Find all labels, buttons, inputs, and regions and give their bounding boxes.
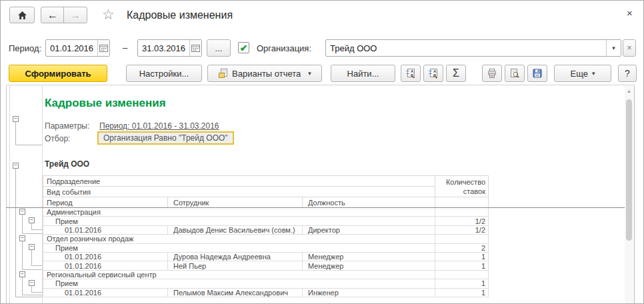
date-from-input[interactable]: 01.01.2016 — [45, 39, 110, 57]
home-icon — [17, 11, 27, 20]
home-button[interactable] — [9, 7, 35, 23]
collapse-toggle-event[interactable]: − — [29, 280, 35, 286]
table-row[interactable]: Прием 2 — [43, 244, 489, 253]
svg-text:B: B — [411, 73, 414, 77]
organization-label: Организация: — [257, 43, 311, 53]
tree-connector — [31, 250, 32, 265]
report-variants-label: Варианты отчета — [232, 69, 301, 79]
table-row[interactable]: Администрация — [43, 208, 489, 217]
chevron-down-icon: ▾ — [612, 45, 615, 51]
table-row[interactable]: Отдел розничных продаж — [43, 235, 489, 243]
collapse-toggle-org[interactable]: − — [13, 163, 19, 169]
table-row[interactable]: 01.01.2016 Дурова Надежда Андреевна Мене… — [43, 253, 489, 261]
filter-value[interactable]: Организация Равно "Трейд ООО" — [97, 131, 234, 145]
chevron-down-icon: ▾ — [592, 70, 595, 77]
date-to-input[interactable]: 31.03.2016 — [137, 39, 202, 57]
expand-groups-icon: AB — [428, 68, 439, 79]
clear-icon: × — [627, 43, 631, 53]
collapse-toggle-division[interactable]: − — [19, 271, 25, 277]
tree-connector — [22, 269, 42, 270]
params-value[interactable]: Период: 01.01.2016 - 31.03.2016 — [99, 121, 219, 131]
more-label: Еще — [571, 69, 588, 79]
printer-icon — [487, 68, 497, 79]
help-button[interactable]: ? — [618, 65, 637, 82]
sum-button[interactable]: Σ — [446, 65, 466, 82]
checkmark-icon: ✔ — [240, 43, 248, 53]
organization-combobox[interactable]: Трейд ООО ▾ — [325, 39, 621, 57]
table-row[interactable]: Прием 1/2 — [43, 217, 489, 225]
combo-dropdown-button[interactable]: ▾ — [606, 40, 621, 56]
settings-button[interactable]: Настройки... — [126, 65, 202, 82]
tree-connector — [31, 292, 42, 293]
favorite-star-icon[interactable]: ☆ — [102, 7, 115, 21]
collapse-groups-button[interactable]: AB — [401, 65, 421, 82]
tree-connector — [22, 277, 23, 295]
column-header-empty — [435, 197, 489, 208]
table-row[interactable]: Прием 1 — [43, 279, 489, 288]
scrollbar-thumb[interactable] — [626, 99, 632, 241]
forward-button[interactable]: → — [63, 7, 87, 23]
report-left-border — [6, 86, 7, 304]
tree-connector — [15, 145, 42, 145]
tree-connector — [15, 122, 16, 145]
calendar-icon — [191, 44, 200, 52]
tree-connector — [31, 265, 42, 266]
table-body: Администрация Прием 1/2 01.01.2016 Давыд… — [43, 208, 489, 297]
collapse-toggle-event[interactable]: − — [29, 244, 35, 250]
organization-checkbox[interactable]: ✔ — [238, 42, 249, 53]
find-button[interactable]: Найти... — [331, 65, 395, 82]
tree-level-line — [9, 86, 10, 304]
calendar-icon — [99, 44, 108, 52]
back-button[interactable]: ← — [41, 7, 65, 23]
chevron-down-icon: ▾ — [308, 70, 311, 77]
tree-connector — [31, 229, 42, 230]
scroll-up-icon[interactable]: ▲ — [625, 87, 633, 95]
column-header-division[interactable]: Подразделение — [43, 176, 435, 187]
calendar-button[interactable] — [189, 40, 201, 56]
report-variants-button[interactable]: Варианты отчета ▾ — [207, 65, 322, 82]
tree-connector — [31, 286, 32, 292]
tree-connector — [22, 215, 23, 233]
date-range-dash: – — [123, 43, 127, 53]
collapse-toggle-header[interactable]: − — [13, 116, 19, 122]
table-row[interactable]: 01.01.2016 Ней Пьер Менеджер 1 — [43, 261, 489, 270]
tree-connector — [15, 297, 42, 297]
column-header-period[interactable]: Период — [43, 197, 168, 208]
window: ← → ☆ Кадровые изменения × Период: 01.01… — [0, 0, 644, 304]
collapse-toggle-division[interactable]: − — [19, 209, 25, 215]
collapse-toggle-division[interactable]: − — [19, 235, 25, 241]
collapse-toggle-event[interactable]: − — [29, 217, 35, 223]
filter-label: Отбор: — [45, 134, 70, 143]
report-title[interactable]: Кадровые изменения — [45, 97, 166, 110]
more-button[interactable]: Еще ▾ — [554, 65, 611, 82]
organization-value: Трейд ООО — [326, 40, 606, 56]
column-header-employee[interactable]: Сотрудник — [168, 197, 303, 208]
save-icon — [532, 68, 543, 79]
toolbar-separator — [6, 85, 635, 85]
print-button[interactable] — [482, 65, 502, 82]
column-header-rate-count[interactable]: Количество ставок — [435, 176, 489, 197]
table-row[interactable]: Региональный сервисный центр — [43, 271, 489, 279]
save-button[interactable] — [527, 65, 547, 82]
print-preview-button[interactable] — [505, 65, 525, 82]
column-header-event-type[interactable]: Вид события — [43, 187, 435, 197]
forward-icon: → — [70, 10, 81, 21]
generate-button[interactable]: Сформировать — [9, 65, 107, 82]
report-variants-icon — [218, 68, 229, 79]
close-icon[interactable]: × — [627, 8, 633, 18]
tree-connector — [22, 241, 23, 269]
combo-clear-button[interactable]: × — [623, 39, 636, 57]
table-row[interactable]: 01.01.2016 Давыдов Денис Васильевич (сов… — [43, 226, 489, 235]
preview-icon — [509, 68, 520, 79]
table-row[interactable]: 01.01.2016 Пелымов Максим Александрович … — [43, 289, 489, 297]
collapse-groups-icon: AB — [405, 68, 416, 79]
date-from-value: 01.01.2016 — [46, 40, 97, 56]
column-header-position[interactable]: Должность — [303, 197, 435, 208]
org-group-title[interactable]: Трейд ООО — [45, 159, 89, 169]
period-label: Период: — [9, 43, 41, 53]
calendar-button[interactable] — [97, 40, 109, 56]
tree-connector — [22, 233, 42, 234]
period-choice-button[interactable]: ... — [207, 39, 231, 57]
expand-groups-button[interactable]: AB — [423, 65, 443, 82]
report-table: Подразделение Вид события Период Сотрудн… — [43, 175, 489, 297]
